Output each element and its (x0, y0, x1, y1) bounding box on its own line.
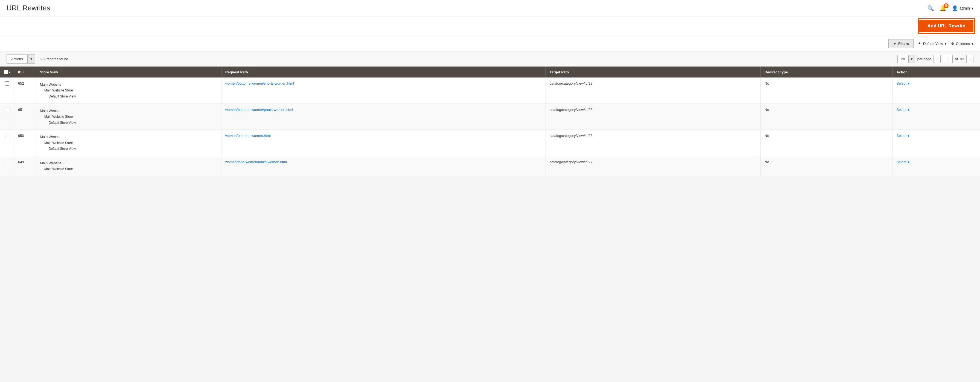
select-button-1[interactable]: Select ▾ (896, 108, 909, 112)
add-url-rewrite-button[interactable]: Add URL Rewrite (919, 20, 974, 32)
th-store-view: Store View (36, 67, 221, 77)
row-request-path-0[interactable]: women/bottoms-women/shorts-women.html (221, 77, 546, 104)
per-page-label: per page (917, 57, 931, 61)
gear-icon: ⚙ (951, 42, 954, 46)
filter-icon: ▼ (893, 42, 897, 46)
th-id[interactable]: ID ↑ (14, 67, 36, 77)
row-id-1: 651 (14, 104, 36, 130)
row-checkbox-cell (0, 156, 14, 176)
actions-row: Actions ▾ 632 records found 20 ▾ per pag… (0, 52, 980, 67)
user-menu[interactable]: 👤 admin ▾ (952, 5, 974, 11)
select-button-3[interactable]: Select ▾ (896, 160, 909, 164)
toolbar-top: Add URL Rewrite (0, 16, 980, 36)
actions-dropdown[interactable]: Actions ▾ (6, 54, 35, 64)
row-request-path-3[interactable]: women/tops-women/tanks-women.html (221, 156, 546, 176)
table-row: 652 Main Website Main Website Store Defa… (0, 77, 980, 104)
row-store-view-2: Main Website Main Website Store Default … (36, 130, 221, 156)
view-selector[interactable]: 👁 Default View ▾ (918, 42, 947, 46)
select-button-0[interactable]: Select ▾ (896, 82, 909, 85)
row-checkbox-1[interactable] (5, 108, 9, 112)
filter-row: ▼ Filters 👁 Default View ▾ ⚙ Columns ▾ (0, 36, 980, 52)
table-row: 649 Main Website Main Website Store wome… (0, 156, 980, 176)
row-redirect-type-3: No (761, 156, 892, 176)
row-target-path-2: catalog/category/view/id/23 (546, 130, 761, 156)
pagination-prev[interactable]: ‹ (934, 55, 940, 63)
table-header-row: ▾ ID ↑ Store View Request Path Target Pa… (0, 67, 980, 77)
th-action: Action (892, 67, 980, 77)
row-target-path-3: catalog/category/view/id/27 (546, 156, 761, 176)
columns-selector[interactable]: ⚙ Columns ▾ (951, 42, 974, 46)
checkbox-dropdown-icon[interactable]: ▾ (9, 71, 10, 74)
th-redirect-type: Redirect Type (761, 67, 892, 77)
select-label-0: Select (896, 82, 906, 85)
row-redirect-type-1: No (761, 104, 892, 130)
actions-label: Actions (7, 55, 27, 63)
request-path-link-2[interactable]: women/bottoms-women.html (225, 134, 271, 138)
user-dropdown-icon: ▾ (972, 6, 974, 10)
row-redirect-type-0: No (761, 77, 892, 104)
view-dropdown-icon: ▾ (945, 42, 947, 46)
per-page-value: 20 (898, 55, 908, 63)
per-page-arrow[interactable]: ▾ (908, 55, 915, 63)
id-sort: ID ↑ (18, 70, 24, 74)
notification-badge: 39 (943, 3, 948, 8)
url-rewrites-table: ▾ ID ↑ Store View Request Path Target Pa… (0, 67, 980, 176)
pagination-current[interactable]: 1 (943, 55, 953, 63)
row-request-path-2[interactable]: women/bottoms-women.html (221, 130, 546, 156)
table-row: 650 Main Website Main Website Store Defa… (0, 130, 980, 156)
user-name: admin (959, 6, 970, 10)
row-request-path-1[interactable]: women/bottoms-women/pants-women.html (221, 104, 546, 130)
row-id-0: 652 (14, 77, 36, 104)
pagination-next[interactable]: › (966, 55, 974, 63)
filter-label: Filters (898, 42, 909, 46)
row-checkbox-3[interactable] (5, 160, 9, 164)
row-redirect-type-2: No (761, 130, 892, 156)
row-checkbox-cell (0, 77, 14, 104)
pagination-right: 20 ▾ per page ‹ 1 of 32 › (897, 55, 974, 63)
row-action-cell-1: Select ▾ (892, 104, 980, 130)
request-path-link-3[interactable]: women/tops-women/tanks-women.html (225, 160, 287, 164)
row-checkbox-cell (0, 130, 14, 156)
user-icon: 👤 (952, 5, 958, 11)
select-dropdown-icon-3: ▾ (908, 160, 910, 164)
row-id-2: 650 (14, 130, 36, 156)
select-all-checkbox[interactable] (4, 70, 8, 74)
eye-icon: 👁 (918, 42, 921, 46)
select-label-1: Select (896, 108, 906, 112)
row-checkbox-2[interactable] (5, 134, 9, 138)
row-store-view-0: Main Website Main Website Store Default … (36, 77, 221, 104)
row-target-path-0: catalog/category/view/id/29 (546, 77, 761, 104)
header-right: 🔍 🔔 39 👤 admin ▾ (927, 5, 974, 11)
select-label-3: Select (896, 160, 906, 164)
per-page-selector[interactable]: 20 ▾ (897, 55, 915, 63)
row-action-cell-0: Select ▾ (892, 77, 980, 104)
row-id-3: 649 (14, 156, 36, 176)
request-path-link-0[interactable]: women/bottoms-women/shorts-women.html (225, 82, 294, 85)
row-checkbox-0[interactable] (5, 82, 9, 86)
pagination-total: 32 (960, 57, 964, 61)
th-request-path: Request Path (221, 67, 546, 77)
notification-bell[interactable]: 🔔 39 (940, 5, 947, 11)
filters-button[interactable]: ▼ Filters (888, 39, 913, 48)
search-icon[interactable]: 🔍 (927, 5, 934, 11)
select-dropdown-icon-2: ▾ (908, 134, 910, 138)
columns-dropdown-icon: ▾ (972, 42, 974, 46)
select-label-2: Select (896, 134, 906, 138)
request-path-link-1[interactable]: women/bottoms-women/pants-women.html (225, 108, 293, 112)
table-row: 651 Main Website Main Website Store Defa… (0, 104, 980, 130)
table-wrap: ▾ ID ↑ Store View Request Path Target Pa… (0, 67, 980, 176)
columns-label: Columns (956, 42, 970, 46)
actions-dropdown-arrow[interactable]: ▾ (27, 55, 35, 63)
sort-up-icon: ↑ (23, 71, 24, 74)
actions-left: Actions ▾ 632 records found (6, 54, 68, 64)
row-store-view-3: Main Website Main Website Store (36, 156, 221, 176)
row-checkbox-cell (0, 104, 14, 130)
row-target-path-1: catalog/category/view/id/28 (546, 104, 761, 130)
th-checkbox: ▾ (0, 67, 14, 77)
row-store-view-1: Main Website Main Website Store Default … (36, 104, 221, 130)
select-button-2[interactable]: Select ▾ (896, 134, 909, 138)
page-title: URL Rewrites (6, 4, 50, 12)
view-label: Default View (923, 42, 943, 46)
records-count: 632 records found (40, 57, 68, 61)
select-dropdown-icon-1: ▾ (908, 108, 910, 112)
